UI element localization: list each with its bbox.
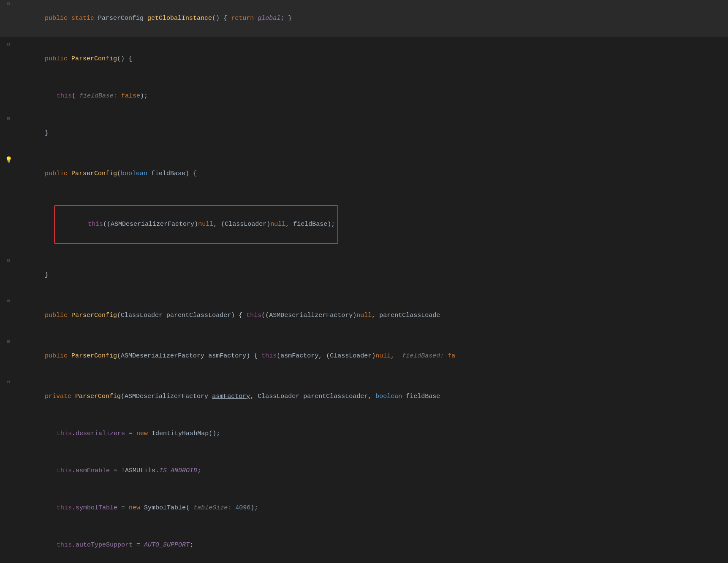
fold-icon[interactable]: ⊟ (7, 379, 10, 384)
param-fieldbase: fieldBase (151, 170, 185, 177)
paren: , (372, 312, 379, 319)
keyword-this-highlighted: this (88, 221, 103, 228)
paren: (( (261, 312, 269, 319)
hint-tablesize: tableSize: (193, 504, 235, 512)
field-autotypesupport: autoTypeSupport (76, 541, 133, 549)
param-parentclassloader: parentClassLoader (166, 312, 231, 319)
operator-assign: = (133, 541, 144, 549)
field-deserializers: deserializers (76, 430, 125, 437)
class-asmdeserializerfactory4: ASMDeserializerFactory (125, 393, 212, 400)
code-line: ⊟ private ParserConfig(ASMDeserializerFa… (0, 378, 728, 415)
keyword-null4: null (375, 352, 391, 360)
code-line-highlighted: this((ASMDeserializerFactory)null, (Clas… (0, 192, 728, 257)
code-line: ⊞ public ParserConfig(ClassLoader parent… (0, 297, 728, 334)
bulb-icon[interactable]: 💡 (5, 156, 12, 163)
brace-close: } (45, 130, 49, 137)
field-symboltable: symbolTable (76, 504, 117, 512)
fold-icon[interactable]: ⊞ (7, 338, 10, 344)
gutter-fold[interactable]: ⊟ (0, 116, 17, 121)
method-getglobalinstance: getGlobalInstance (147, 15, 212, 22)
fold-icon[interactable]: ⊟ (7, 257, 10, 263)
paren: () { (117, 55, 132, 62)
number-4096: 4096 (235, 504, 250, 512)
fold-icon[interactable]: ⊟ (7, 116, 10, 121)
field-is-android: IS_ANDROID (159, 467, 197, 474)
keyword-null1: null (198, 221, 213, 228)
paren: ( (186, 504, 193, 512)
semicolon: ; } (280, 15, 292, 22)
code-line: this.symbolTable = new SymbolTable( tabl… (0, 490, 728, 527)
spacer (0, 152, 728, 155)
paren: ) (266, 221, 270, 228)
code-line: this.asmEnable = !ASMUtils.IS_ANDROID; (0, 452, 728, 490)
param-parentclassloader3: parentClassLoader (303, 393, 368, 400)
semicolon: ; (190, 541, 193, 549)
operator-assign: = ! (110, 467, 125, 474)
code-line: ⊟ public ParserConfig() { (0, 41, 728, 78)
keyword-fa: fa (448, 352, 455, 360)
paren: ) { (231, 312, 246, 319)
hint-fieldbased: fieldBased: (402, 352, 448, 360)
paren: ( (117, 312, 121, 319)
paren: ); (250, 504, 258, 512)
method-parserconfig2: ParserConfig (71, 170, 117, 177)
spacer (0, 37, 728, 41)
paren: , (368, 393, 375, 400)
fold-icon[interactable]: ⊟ (7, 1, 10, 6)
class-asmutils: ASMUtils (125, 467, 155, 474)
field-global: global (258, 15, 280, 22)
line-content: public ParserConfig(ClassLoader parentCl… (17, 298, 728, 333)
field-asmenable: asmEnable (76, 467, 110, 474)
fold-icon[interactable]: ⊟ (7, 41, 10, 47)
gutter-fold[interactable]: ⊞ (0, 298, 17, 303)
gutter-fold[interactable]: ⊟ (0, 379, 17, 384)
method-parserconfig: ParserConfig (71, 55, 117, 62)
param-fieldbase3: fieldBase (406, 393, 440, 400)
keyword-this5: this (57, 467, 72, 474)
keyword-public: public (45, 15, 71, 22)
keyword-this2: this (246, 312, 261, 319)
paren: ); (327, 221, 335, 228)
code-line: this.autoTypeSupport = AUTO_SUPPORT; (0, 527, 728, 563)
dot: . (72, 504, 76, 512)
code-line: ⊟ public static ParserConfig getGlobalIn… (0, 0, 728, 37)
line-content: public static ParserConfig getGlobalInst… (17, 1, 728, 36)
line-content: this.asmEnable = !ASMUtils.IS_ANDROID; (17, 453, 728, 489)
dot: . (72, 430, 76, 437)
operator-assign: = (117, 504, 129, 512)
fold-icon[interactable]: ⊞ (7, 298, 10, 303)
line-content: public ParserConfig(ASMDeserializerFacto… (17, 338, 728, 374)
hint-fieldbase: fieldBase: (79, 92, 121, 100)
gutter-bulb[interactable]: 💡 (0, 156, 17, 163)
dot: . (155, 467, 159, 474)
paren: , ( (318, 352, 330, 360)
keyword-this4: this (57, 430, 72, 437)
keyword-false: false (121, 92, 140, 100)
keyword-this: this (57, 92, 72, 100)
keyword-this7: this (57, 541, 72, 549)
highlighted-region: this((ASMDeserializerFactory)null, (Clas… (54, 205, 338, 244)
line-content: this( fieldBase: false); (17, 78, 728, 114)
gutter-fold[interactable]: ⊟ (0, 41, 17, 47)
paren: , ( (213, 221, 225, 228)
class-classloader2: ClassLoader (330, 352, 372, 360)
line-content: } (17, 116, 728, 151)
gutter-fold[interactable]: ⊟ (0, 1, 17, 6)
class-classloader: ClassLoader (121, 312, 166, 319)
keyword-public: public (45, 170, 71, 177)
spacer (0, 334, 728, 338)
line-content: public ParserConfig() { (17, 41, 728, 77)
line-content: public ParserConfig(boolean fieldBase) { (17, 156, 728, 192)
line-content: this((ASMDeserializerFactory)null, (Clas… (17, 193, 728, 256)
brace-close: } (45, 271, 49, 279)
semicolon: ; (197, 467, 201, 474)
keyword-public: public (45, 352, 71, 360)
class-symboltable: SymbolTable (144, 504, 186, 512)
method-parserconfig5: ParserConfig (75, 393, 121, 400)
code-editor: ⊟ public static ParserConfig getGlobalIn… (0, 0, 728, 563)
gutter-fold[interactable]: ⊞ (0, 338, 17, 344)
line-content: } (17, 257, 728, 293)
paren: ) (372, 352, 375, 360)
gutter-fold[interactable]: ⊟ (0, 257, 17, 263)
spacer (0, 375, 728, 378)
